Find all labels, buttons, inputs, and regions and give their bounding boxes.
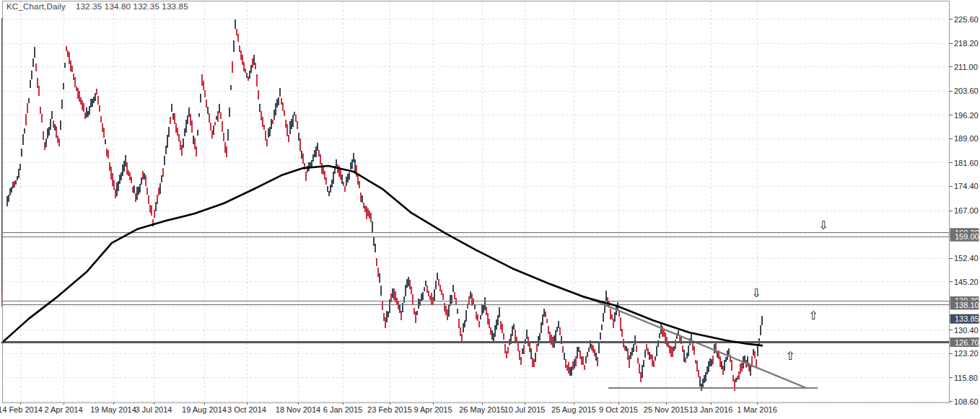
price-tick-label: 152.40 [954,254,979,263]
down-arrow-marker[interactable]: ⇩ [818,219,828,231]
date-tick-label: 2 Apr 2014 [44,405,82,414]
date-tick-label: 14 Feb 2014 [0,405,43,414]
price-badge-126-70-label: 126.70 [955,338,979,347]
date-tick-label: 6 Jan 2015 [323,405,362,414]
up-arrow-marker[interactable]: ⇧ [808,309,818,322]
date-tick-label: 9 Apr 2015 [414,405,452,414]
price-tick-label: 174.40 [954,182,979,190]
date-tick-label: 23 Feb 2015 [367,405,412,414]
chart-window: KC_Chart,Daily132.35 134.80 132.35 133.8… [0,0,980,419]
price-tick-label: 218.20 [954,39,979,48]
price-tick-label: 211.00 [954,63,978,71]
chart-canvas[interactable]: ⇩⇩⇧⇧225.60218.20211.00203.60196.20189.00… [0,0,980,419]
price-tick-label: 189.00 [954,134,979,143]
date-tick-label: 19 Aug 2014 [182,405,227,414]
date-tick-label: 19 May 2014 [90,405,136,414]
price-tick-label: 225.60 [954,15,979,24]
chart-title: KC_Chart,Daily132.35 134.80 132.35 133.8… [6,2,188,11]
ohlc-readout: 132.35 134.80 132.35 133.85 [76,2,188,11]
price-tick-label: 181.60 [954,159,979,167]
date-tick-label: 25 Nov 2015 [644,405,688,414]
chart-background [0,0,980,419]
price-tick-label: 123.20 [954,349,979,358]
price-tick-label: 145.20 [954,278,979,286]
date-tick-label: 13 Jan 2016 [689,405,733,414]
price-tick-label: 196.20 [954,111,979,120]
price-tick-label: 167.00 [954,206,979,215]
down-arrow-marker[interactable]: ⇩ [751,287,761,299]
date-tick-label: 3 Oct 2014 [227,405,266,414]
date-tick-label: 1 Mar 2016 [737,405,777,414]
symbol-period-label: KC_Chart,Daily [6,2,66,11]
price-tick-label: 130.40 [954,326,979,335]
price-badge-159-00-label: 159.00 [955,232,979,241]
price-tick-label: 203.60 [954,87,979,95]
price-badge-current-label: 133.85 [955,314,979,323]
price-tick-label: 108.60 [954,397,979,406]
date-tick-label: 10 Jul 2015 [504,405,546,414]
date-tick-label: 3 Jul 2014 [136,405,172,414]
date-tick-label: 18 Nov 2014 [276,405,320,414]
price-tick-label: 115.80 [954,374,978,382]
date-tick-label: 25 Aug 2015 [551,405,596,414]
date-tick-label: 9 Oct 2015 [599,405,638,414]
up-arrow-marker[interactable]: ⇧ [785,350,795,362]
price-badge-138-10-label: 138.10 [955,301,979,309]
date-tick-label: 26 May 2015 [459,405,505,414]
